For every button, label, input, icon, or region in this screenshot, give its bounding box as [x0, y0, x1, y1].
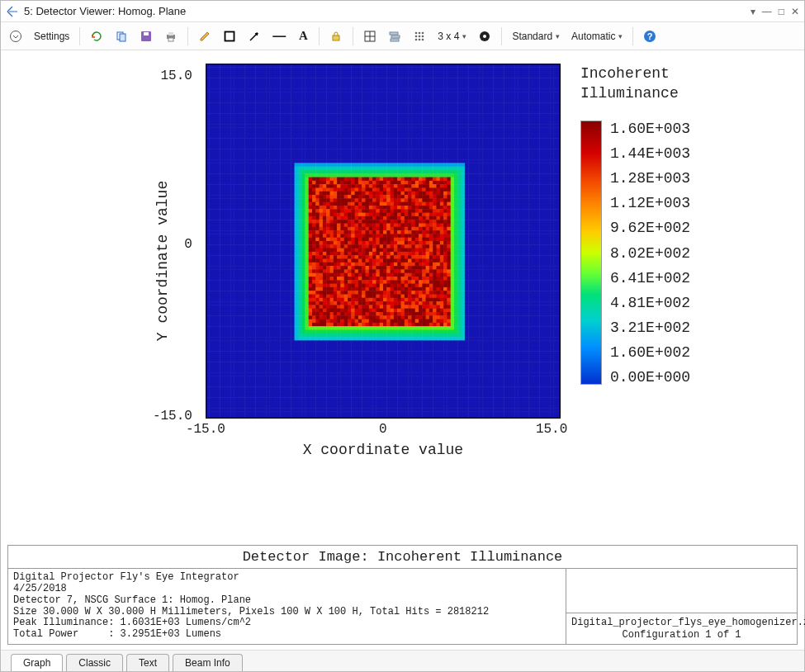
- grid-icon[interactable]: [410, 27, 429, 45]
- arrow-icon[interactable]: [244, 27, 264, 45]
- svg-point-22: [422, 35, 424, 37]
- x-tick: 0: [379, 422, 387, 437]
- tab-classic[interactable]: Classic: [66, 654, 123, 671]
- svg-point-21: [419, 35, 421, 37]
- svg-rect-6: [168, 32, 173, 35]
- svg-rect-2: [120, 34, 125, 41]
- standard-dropdown[interactable]: Standard: [509, 27, 563, 45]
- copy-icon[interactable]: [111, 27, 131, 45]
- colorbar-tick: 1.44E+003: [610, 145, 690, 162]
- y-tick: 0: [184, 237, 192, 252]
- svg-point-25: [422, 38, 424, 40]
- info-right-blank: [566, 569, 797, 613]
- expand-toggle[interactable]: [6, 30, 26, 43]
- legend-title: Incoherent Illuminance: [580, 64, 679, 104]
- tab-beam-info[interactable]: Beam Info: [173, 654, 243, 671]
- svg-point-24: [419, 38, 421, 40]
- info-filename: Digital_projector_flys_eye_homogenizer.z…: [571, 617, 792, 628]
- window-title: 5: Detector Viewer: Homog. Plane: [24, 5, 186, 17]
- colorbar-tick: 1.28E+003: [610, 170, 690, 187]
- refresh-icon[interactable]: [87, 27, 107, 45]
- svg-rect-14: [390, 32, 398, 35]
- colorbar-tick: 3.21E+002: [610, 319, 690, 336]
- tab-strip: GraphClassicTextBeam Info: [1, 650, 804, 671]
- toolbar: Settings — A 3 x 4 Standard Automatic ?: [1, 22, 804, 50]
- target-icon[interactable]: [475, 27, 495, 45]
- line-icon[interactable]: —: [269, 27, 289, 45]
- svg-point-20: [415, 35, 418, 37]
- tab-graph[interactable]: Graph: [11, 654, 63, 671]
- crosshair-icon[interactable]: [360, 27, 380, 45]
- info-config: Configuration 1 of 1: [571, 629, 792, 641]
- colorbar-tick: 8.02E+002: [610, 245, 690, 262]
- info-panel: Detector Image: Incoherent Illuminance D…: [7, 545, 798, 645]
- svg-rect-7: [168, 38, 173, 41]
- rectangle-icon[interactable]: [220, 27, 239, 45]
- y-tick: 15.0: [160, 69, 192, 83]
- svg-point-0: [11, 31, 21, 41]
- settings-button[interactable]: Settings: [31, 31, 73, 42]
- svg-point-27: [483, 35, 486, 38]
- maximize-icon[interactable]: □: [779, 6, 784, 17]
- svg-point-19: [422, 31, 424, 34]
- print-icon[interactable]: [161, 27, 181, 45]
- y-axis-label: Y coordinate value: [154, 181, 171, 341]
- info-file: Digital_projector_flys_eye_homogenizer.z…: [566, 613, 797, 644]
- svg-rect-10: [333, 35, 339, 40]
- legend: Incoherent Illuminance 1.60E+0031.44E+00…: [580, 64, 690, 386]
- svg-line-9: [250, 33, 258, 40]
- svg-point-18: [419, 31, 421, 34]
- lock-icon[interactable]: [326, 27, 346, 45]
- close-icon[interactable]: ✕: [791, 6, 799, 17]
- help-icon[interactable]: ?: [640, 27, 660, 45]
- minimize-icon[interactable]: —: [762, 6, 772, 17]
- colorbar-tick: 1.60E+002: [610, 344, 690, 361]
- info-text: Digital Projector Fly's Eye Integrator 4…: [8, 569, 566, 644]
- svg-rect-16: [391, 39, 399, 41]
- colorbar-tick: 4.81E+002: [610, 295, 690, 311]
- colorbar-tick: 9.62E+002: [610, 220, 690, 236]
- colorbar-tick: 0.00E+000: [610, 369, 690, 386]
- svg-rect-15: [391, 35, 400, 38]
- info-title: Detector Image: Incoherent Illuminance: [8, 546, 797, 569]
- colorbar-tick: 1.12E+003: [610, 195, 690, 211]
- stack-icon[interactable]: [385, 27, 405, 45]
- svg-text:?: ?: [647, 31, 653, 41]
- chart-area: Y coordinate value 15.0 0 -15.0 -15.0 0 …: [1, 50, 804, 540]
- colorbar-tick: 6.41E+002: [610, 270, 690, 286]
- heatmap[interactable]: [206, 64, 561, 419]
- svg-point-17: [415, 31, 418, 34]
- automatic-dropdown[interactable]: Automatic: [568, 27, 626, 45]
- titlebar: 5: Detector Viewer: Homog. Plane ▾ — □ ✕: [1, 1, 804, 22]
- x-tick: -15.0: [186, 422, 225, 437]
- svg-rect-8: [225, 31, 234, 40]
- dropdown-icon[interactable]: ▾: [751, 6, 755, 17]
- text-icon[interactable]: A: [294, 27, 312, 45]
- save-icon[interactable]: [136, 27, 156, 45]
- grid-size-dropdown[interactable]: 3 x 4: [434, 27, 470, 45]
- x-axis-label: X coordinate value: [206, 442, 561, 458]
- svg-point-23: [415, 38, 418, 40]
- tab-text[interactable]: Text: [126, 654, 169, 671]
- detector-viewer-window: 5: Detector Viewer: Homog. Plane ▾ — □ ✕…: [0, 0, 805, 672]
- x-tick: 15.0: [536, 422, 567, 437]
- app-icon: [6, 5, 19, 18]
- colorbar-tick: 1.60E+003: [610, 121, 690, 137]
- pencil-icon[interactable]: [195, 27, 215, 45]
- colorbar-ticks: 1.60E+0031.44E+0031.28E+0031.12E+0039.62…: [610, 121, 690, 386]
- colorbar: [580, 121, 602, 385]
- svg-rect-4: [144, 32, 149, 35]
